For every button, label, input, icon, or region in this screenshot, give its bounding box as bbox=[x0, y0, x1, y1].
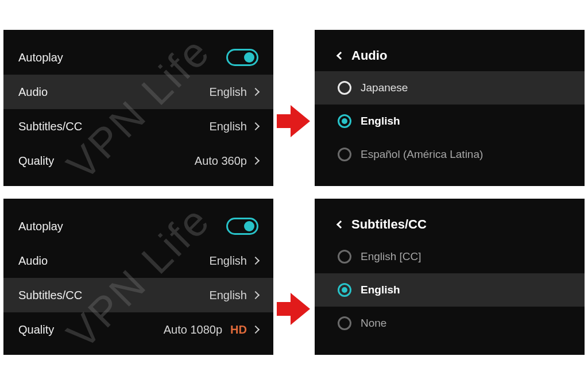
option-label: English bbox=[361, 115, 400, 127]
settings-value: Auto 1080p bbox=[164, 323, 222, 336]
settings-value: Auto 360p bbox=[195, 154, 247, 168]
audio-submenu-panel: Audio Japanese English Español (América … bbox=[315, 30, 585, 186]
chevron-right-icon bbox=[252, 122, 260, 130]
submenu-title: Subtitles/CC bbox=[351, 217, 427, 232]
settings-value: English bbox=[209, 289, 247, 302]
hd-badge: HD bbox=[230, 323, 247, 336]
settings-row-autoplay[interactable]: Autoplay bbox=[3, 209, 273, 243]
chevron-right-icon bbox=[252, 326, 260, 334]
settings-row-audio[interactable]: Audio English bbox=[3, 75, 273, 109]
settings-label: Quality bbox=[18, 154, 54, 168]
subtitles-option-none[interactable]: None bbox=[315, 307, 585, 340]
settings-row-subtitles[interactable]: Subtitles/CC English bbox=[3, 109, 273, 144]
settings-label: Autoplay bbox=[18, 220, 63, 233]
settings-value: English bbox=[209, 86, 247, 99]
subtitles-submenu-panel: Subtitles/CC English [CC] English None bbox=[315, 199, 585, 355]
settings-value: English bbox=[209, 120, 247, 133]
option-label: English bbox=[361, 284, 400, 296]
settings-label: Subtitles/CC bbox=[18, 120, 82, 133]
settings-panel-top: Autoplay Audio English Subtitles/CC Engl… bbox=[3, 30, 273, 186]
audio-option-english[interactable]: English bbox=[315, 105, 585, 138]
settings-row-subtitles[interactable]: Subtitles/CC English bbox=[3, 278, 273, 312]
radio-icon bbox=[338, 81, 351, 95]
chevron-left-icon[interactable] bbox=[336, 220, 345, 229]
screenshot-grid: Autoplay Audio English Subtitles/CC Engl… bbox=[3, 30, 585, 355]
arrow-cell bbox=[273, 30, 315, 186]
radio-icon bbox=[338, 250, 351, 264]
settings-value: English bbox=[209, 254, 247, 268]
settings-row-audio[interactable]: Audio English bbox=[3, 243, 273, 278]
option-label: None bbox=[361, 317, 386, 330]
settings-panel-bottom: Autoplay Audio English Subtitles/CC Engl… bbox=[3, 199, 273, 355]
submenu-header[interactable]: Audio bbox=[315, 40, 585, 71]
settings-row-autoplay[interactable]: Autoplay bbox=[3, 40, 273, 75]
submenu-title: Audio bbox=[351, 48, 387, 63]
option-label: Español (América Latina) bbox=[361, 148, 483, 161]
radio-selected-icon bbox=[338, 114, 351, 128]
audio-option-japanese[interactable]: Japanese bbox=[315, 71, 585, 105]
arrow-cell bbox=[273, 199, 315, 355]
settings-label: Subtitles/CC bbox=[18, 289, 82, 302]
radio-icon bbox=[338, 148, 351, 161]
chevron-left-icon[interactable] bbox=[336, 52, 345, 60]
red-arrow-icon bbox=[277, 105, 311, 137]
settings-label: Quality bbox=[18, 323, 54, 336]
radio-selected-icon bbox=[338, 283, 351, 297]
autoplay-toggle[interactable] bbox=[226, 49, 258, 66]
option-label: Japanese bbox=[361, 82, 408, 94]
settings-row-quality[interactable]: Quality Auto 360p bbox=[3, 144, 273, 178]
chevron-right-icon bbox=[252, 291, 260, 299]
settings-row-quality[interactable]: Quality Auto 1080p HD bbox=[3, 312, 273, 347]
subtitles-option-english[interactable]: English bbox=[315, 273, 585, 307]
option-label: English [CC] bbox=[361, 250, 421, 263]
subtitles-option-english-cc[interactable]: English [CC] bbox=[315, 240, 585, 273]
chevron-right-icon bbox=[252, 88, 260, 96]
chevron-right-icon bbox=[252, 257, 260, 265]
audio-option-espanol[interactable]: Español (América Latina) bbox=[315, 138, 585, 171]
radio-icon bbox=[338, 316, 351, 330]
submenu-header[interactable]: Subtitles/CC bbox=[315, 209, 585, 240]
settings-label: Audio bbox=[18, 86, 48, 99]
settings-label: Audio bbox=[18, 254, 48, 268]
red-arrow-icon bbox=[277, 293, 311, 325]
settings-label: Autoplay bbox=[18, 51, 63, 64]
chevron-right-icon bbox=[252, 157, 260, 165]
autoplay-toggle[interactable] bbox=[226, 218, 258, 235]
